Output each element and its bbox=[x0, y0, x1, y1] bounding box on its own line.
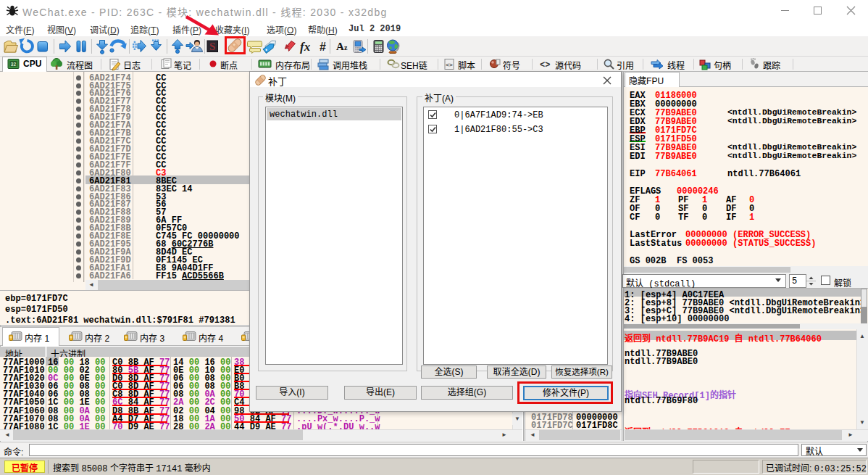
svg-text:<>: <> bbox=[446, 62, 453, 68]
svg-text:#: # bbox=[320, 41, 326, 53]
svg-text:fx: fx bbox=[300, 40, 311, 54]
svg-text:A: A bbox=[336, 41, 344, 52]
svg-text:S: S bbox=[209, 41, 215, 52]
svg-text:z: z bbox=[344, 44, 348, 51]
svg-text:32: 32 bbox=[11, 62, 17, 67]
svg-text:<>: <> bbox=[540, 60, 550, 70]
